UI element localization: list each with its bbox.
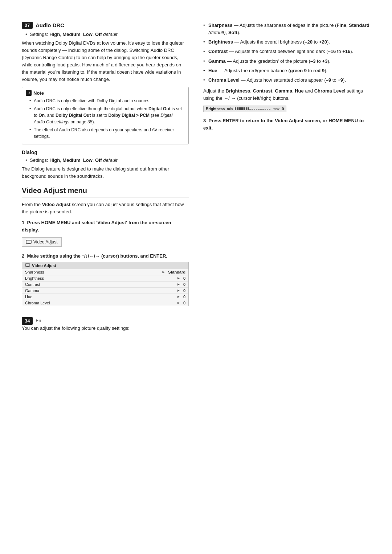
note-label: Note [33, 90, 44, 96]
audio-drc-title: Audio DRC [36, 22, 64, 28]
bullet-sharpness: Sharpness — Adjusts the sharpness of edg… [203, 22, 370, 36]
row-value-contrast: 0 [183, 282, 185, 287]
step3-heading: 3 Press ENTER to return to the Video Adj… [203, 117, 370, 132]
bar-dot-1 [249, 109, 251, 110]
bar-seg-1 [235, 107, 236, 110]
bullet-gamma: Gamma — Adjusts the 'gradation' of the p… [203, 58, 370, 65]
note-heading: ♩ Note [26, 90, 185, 96]
bullet-contrast: Contrast — Adjusts the contrast between … [203, 48, 370, 55]
table-header-label: Video Adjust [32, 263, 56, 268]
table-row: Sharpness ► Standard [22, 269, 188, 275]
row-label-contrast: Contrast [25, 282, 177, 287]
note-icon: ♩ [26, 90, 32, 96]
bar-seg-7 [246, 107, 247, 110]
brightness-bar-dots [249, 108, 270, 110]
bar-dot-10 [269, 109, 270, 110]
bar-dot-2 [252, 109, 253, 110]
note-item-2: Audio DRC is only effective through the … [29, 106, 185, 125]
row-label-hue: Hue [25, 295, 177, 299]
table-row: Hue ► 0 [22, 294, 188, 300]
audio-drc-settings-list: Settings: High, Medium, Low, Off default [22, 31, 189, 38]
bullet-hue: Hue — Adjusts the red/green balance (gre… [203, 67, 370, 74]
note-item-3: The effect of Audio DRC also depends on … [29, 127, 185, 140]
bar-seg-2 [237, 107, 238, 110]
step2-number: 2 [22, 253, 24, 259]
row-label-gamma: Gamma [25, 288, 177, 293]
row-value-chroma: 0 [183, 301, 185, 305]
video-adjust-table: Video Adjust Sharpness ► Standard Bright… [22, 262, 189, 306]
note-bullet-list: Audio DRC is only effective with Dolby D… [26, 98, 185, 140]
monitor-icon [26, 240, 32, 245]
audio-drc-description: When watching Dolby Digital DVDs at low … [22, 40, 189, 83]
video-adjust-title: Video Adjust menu [22, 186, 189, 197]
two-column-layout: 07 Audio DRC Settings: High, Medium, Low… [22, 22, 370, 532]
video-adjust-intro: From the Video Adjust screen you can adj… [22, 201, 189, 216]
step3-number: 3 [203, 118, 206, 123]
note-item-1: Audio DRC is only effective with Dolby D… [29, 98, 185, 104]
bar-dot-9 [267, 109, 268, 110]
bar-seg-5 [242, 107, 244, 110]
page-number-badge: 34 [22, 317, 33, 325]
bar-dot-5 [258, 109, 260, 110]
bar-dot-6 [260, 109, 262, 110]
bar-dot-8 [265, 109, 266, 110]
screen-mockup-label: Video Adjust [26, 239, 58, 245]
row-label-sharpness: Sharpness [25, 270, 162, 274]
dialog-settings-item: Settings: High, Medium, Low, Off default [25, 157, 189, 164]
svg-rect-0 [26, 240, 31, 243]
dialog-description: The Dialog feature is designed to make t… [22, 165, 189, 180]
screen-label-text: Video Adjust [33, 239, 58, 245]
row-arrow-sharpness: ► [162, 270, 165, 274]
bar-dot-7 [262, 109, 264, 110]
table-row: Contrast ► 0 [22, 281, 188, 287]
brightness-bar-max-label: max [273, 107, 279, 111]
svg-rect-1 [28, 243, 30, 244]
row-value-brightness: 0 [183, 276, 185, 280]
picture-quality-intro: You can adjust the following picture qua… [22, 325, 189, 332]
row-arrow-chroma: ► [177, 301, 180, 305]
row-arrow-contrast: ► [177, 282, 180, 286]
step2-heading: 2 Make settings using the ↑/↓/←/→ (curso… [22, 253, 189, 260]
bar-dot-4 [256, 109, 257, 110]
bar-dot-3 [254, 109, 255, 110]
brightness-bar-track [235, 107, 270, 110]
row-arrow-brightness: ► [177, 276, 180, 280]
step1-number: 1 [22, 220, 24, 225]
adjust-instruction: Adjust the Brightness, Contrast, Gamma, … [203, 87, 370, 102]
table-row: Chroma Level ► 0 [22, 300, 188, 306]
row-arrow-hue: ► [177, 295, 180, 299]
table-row: Gamma ► 0 [22, 287, 188, 294]
page-footer: 34 En [22, 317, 189, 325]
page: 07 Audio DRC Settings: High, Medium, Low… [0, 0, 392, 554]
table-monitor-icon [25, 263, 30, 267]
note-box: ♩ Note Audio DRC is only effective with … [22, 87, 189, 144]
brightness-bar-min-label: min [227, 107, 233, 111]
picture-settings-list: Sharpness — Adjusts the sharpness of edg… [203, 22, 370, 84]
brightness-bar: Brightness min [203, 106, 286, 112]
brightness-bar-filled [235, 107, 249, 110]
row-value-hue: 0 [183, 295, 185, 299]
bar-seg-4 [240, 107, 242, 110]
audio-drc-settings-item: Settings: High, Medium, Low, Off default [25, 31, 189, 38]
right-column: Sharpness — Adjusts the sharpness of edg… [203, 22, 370, 532]
bullet-chroma: Chroma Level — Adjusts how saturated col… [203, 77, 370, 84]
dialog-settings-list: Settings: High, Medium, Low, Off default [22, 157, 189, 164]
bar-seg-8 [248, 107, 249, 110]
bullet-brightness: Brightness — Adjusts the overall brightn… [203, 38, 370, 46]
brightness-bar-label: Brightness [206, 107, 225, 111]
svg-rect-2 [25, 264, 30, 266]
dialog-title: Dialog [22, 149, 189, 155]
section-badge: 07 [22, 22, 33, 29]
row-value-gamma: 0 [183, 288, 185, 293]
page-footer-lang: En [36, 318, 41, 323]
row-value-sharpness: Standard [168, 270, 185, 274]
table-header: Video Adjust [22, 262, 188, 269]
screen-mockup-1: Video Adjust [22, 237, 62, 247]
row-label-brightness: Brightness [25, 276, 177, 280]
bar-seg-6 [244, 107, 245, 110]
table-row: Brightness ► 0 [22, 275, 188, 281]
row-arrow-gamma: ► [177, 288, 180, 292]
svg-rect-3 [26, 266, 29, 267]
row-label-chroma: Chroma Level [25, 301, 177, 305]
step1-heading: 1 Press HOME MENU and select 'Video Adju… [22, 219, 189, 233]
